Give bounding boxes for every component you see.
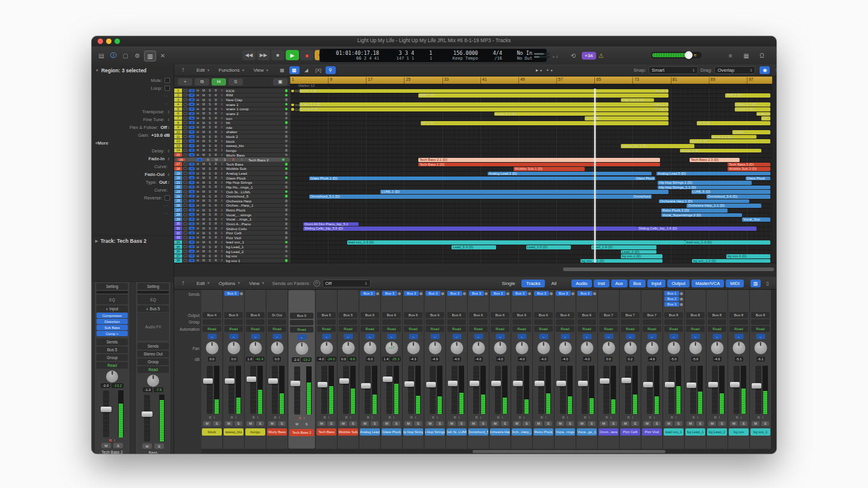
record-enable-button[interactable]: R [432,416,435,419]
output-slot[interactable]: Bus 6 [224,312,243,318]
volume-value[interactable]: 0.2 [626,357,634,361]
mixer-strip-pizz-violi[interactable]: Bus 7Read⇔-4.6RIMSPizz Violi [641,290,662,449]
track-on-icon[interactable] [285,112,288,115]
mixer-strip-tech-bass[interactable]: Bus 5Read⇔-4.0-24.0RIMSTech Bass [316,290,337,449]
volume-value[interactable]: -2.0 [292,357,300,362]
region-glass-pluck-1-d-[interactable]: Glass Pluck.1 (D)Glass Pluck [309,177,656,181]
duplicate-track-button[interactable]: ⧉ [195,78,209,86]
freeze-icon[interactable] [183,213,187,216]
solo-button[interactable]: S [761,421,769,426]
track-name[interactable]: Analog Lead [226,171,285,175]
freeze-icon[interactable] [183,199,187,202]
track-header-orches-harp-1[interactable]: 26HMSRIOrches...Harp_1 [174,204,290,208]
mute-button[interactable]: M [752,421,760,426]
mute-button[interactable]: M [201,217,207,221]
record-ready-icon[interactable] [189,144,195,148]
solo-button[interactable]: S [207,135,213,139]
solo-button[interactable]: S [207,199,213,202]
freeze-icon[interactable] [183,126,187,129]
send-knob[interactable] [463,292,466,295]
output-slot[interactable]: Bus 7 [621,312,640,318]
mixer-strip-bg-vox-1[interactable]: Bus 8Read⇔-6.1RIMSbg vox_1 [750,290,771,449]
mixer-strip-analog-lead[interactable]: Bus 3Bus 6Read⇔-6.0RIMSAnalog Lead [359,290,380,449]
automation-mode-slot[interactable]: Read [621,326,640,332]
track-on-icon[interactable] [285,121,288,124]
track-on-icon[interactable] [285,227,288,230]
track-name[interactable]: ride [226,125,285,130]
track-name[interactable]: block [226,139,285,143]
record-enable-button[interactable]: R [410,416,413,419]
automation-mode-slot[interactable]: Read [643,326,661,332]
fader-cap[interactable] [621,378,631,383]
mixer-strip-lead-vox-1[interactable]: Bus 1Bus 2Bus 3Bus 8Read⇔-5.0RIMSlead vo… [663,290,684,449]
hide-button[interactable]: H [195,116,201,120]
mute-button[interactable]: M [201,130,207,134]
count-in-icon[interactable]: ⟲ [568,51,579,60]
track-name[interactable]: Retro Pluck [226,208,285,212]
volume-value[interactable]: -4.0 [474,357,483,361]
group-slot[interactable] [404,319,423,325]
record-ready-icon[interactable] [189,195,195,198]
group-slot[interactable] [382,319,401,325]
track-on-icon[interactable] [285,195,288,198]
output-slot[interactable]: Bus 8 [729,312,748,318]
record-enable-button[interactable]: R [274,416,277,419]
send-knob[interactable] [506,292,509,295]
pan-knob[interactable] [472,342,485,354]
freeze-icon[interactable] [183,98,187,101]
record-ready-icon[interactable] [189,240,195,244]
record-enable-button[interactable]: R [541,416,543,419]
output-slot[interactable]: Bus 5 [290,313,313,319]
send-knob[interactable] [485,292,488,295]
fader-cap[interactable] [491,381,501,386]
freeze-icon[interactable] [183,222,187,225]
mute-button[interactable]: M [361,421,369,426]
solo-button[interactable]: S [207,125,213,129]
track-name[interactable]: Hip Ho...rings_1 [226,185,285,189]
solo-button[interactable]: S [436,421,444,426]
pan-knob[interactable] [646,342,658,354]
freeze-icon[interactable] [183,217,187,221]
track-name[interactable]: bg Lead_2 [226,249,285,254]
mute-button[interactable]: M [201,199,207,202]
input-monitor-button[interactable]: I [219,258,225,262]
input-monitor-button[interactable]: I [219,153,225,157]
hide-button[interactable]: H [195,107,201,111]
narrow-channel-icon[interactable]: ▯ [763,280,773,287]
freeze-icon[interactable] [183,186,187,189]
stereo-format-icon[interactable]: ⇔ [207,334,216,339]
mute-button[interactable]: M [665,421,673,426]
freeze-icon[interactable] [183,181,187,184]
solo-button[interactable]: S [207,162,213,166]
output-slot[interactable]: Bus 7 [599,312,618,318]
mute-button[interactable]: M [101,443,111,448]
group-slot[interactable] [664,319,683,325]
freeze-icon[interactable] [183,89,187,92]
hide-button[interactable]: H [195,98,201,102]
mute-button[interactable]: M [201,254,207,258]
pan-knob[interactable] [295,342,308,355]
setting-button[interactable]: Setting [137,283,169,290]
record-ready-icon[interactable] [189,149,195,152]
region-hip-hop-strings-1-d-[interactable]: Hip Hop Strings.1 (D) [658,181,752,185]
record-button[interactable]: R [213,249,219,253]
group-slot[interactable]: Group [96,354,128,361]
fader-cap[interactable] [404,381,414,387]
pan-knob[interactable] [106,371,118,383]
solo-button[interactable]: S [609,421,617,426]
input-monitor-button[interactable]: I [279,416,280,419]
hide-button[interactable]: H [195,258,201,262]
track-header-glass-pluck[interactable]: 20HMSRIGlass Pluck [174,176,290,181]
track-header-bongo[interactable]: 14HMSRIbongo [174,148,290,153]
input-monitor-button[interactable]: I [114,439,115,442]
volume-fader[interactable] [291,366,313,414]
track-on-icon[interactable] [282,158,285,161]
hide-button[interactable]: H [195,208,201,212]
pan-knob[interactable] [271,342,283,354]
track-header-lead-vox-1[interactable]: 34HMSRIlead vox_1 [174,240,290,245]
input-monitor-button[interactable]: I [372,416,373,419]
record-enable-button[interactable]: R [389,416,391,419]
region-orchestra-harp-1-d-[interactable]: Orchestra Harp.1 (D) [659,199,749,204]
mixer-view-tab-tracks[interactable]: Tracks [521,280,546,287]
track-header-tom[interactable]: 7HMSRItom [174,116,290,121]
